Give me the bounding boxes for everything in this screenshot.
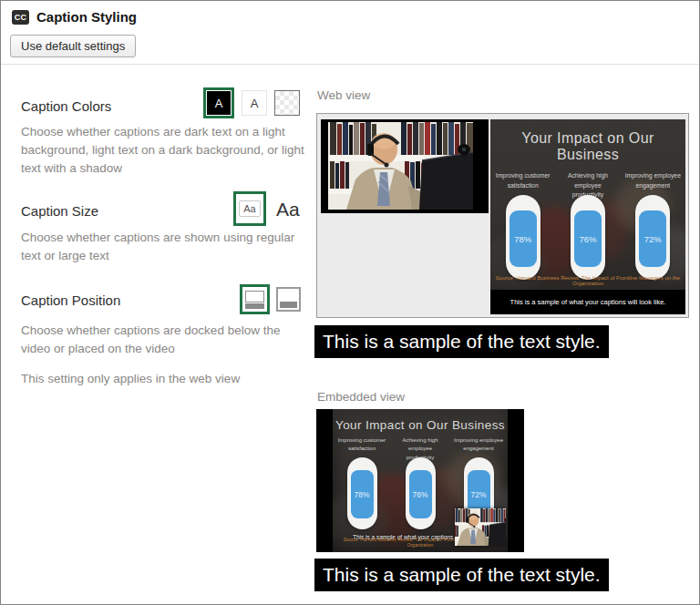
slide-video-frame: Your Impact on Our Business Improving cu…	[490, 119, 685, 314]
color-option-light-background[interactable]: A	[242, 90, 267, 116]
embedded-view-preview: Your Impact on Our Business Improving cu…	[316, 409, 524, 552]
color-option-text-shadow[interactable]	[274, 90, 300, 116]
stat-value: 78%	[351, 470, 374, 518]
caption-colors-label: Caption Colors	[21, 98, 111, 114]
column-label: Improving customer satisfaction	[333, 436, 391, 456]
slide-column: Achieving high employee productivity 76%	[391, 436, 449, 529]
column-label: Improving customer satisfaction	[490, 171, 555, 193]
stat-pill: 72%	[635, 195, 670, 280]
column-label: Improving employee engagement	[621, 171, 685, 193]
stat-value: 72%	[639, 210, 666, 267]
caption-colors-options: A A	[203, 87, 300, 118]
web-view-only-note: This setting only applies in the web vie…	[21, 370, 305, 388]
web-view-label: Web view	[317, 88, 370, 102]
use-default-settings-button[interactable]: Use default settings	[10, 35, 136, 57]
stat-value: 76%	[574, 210, 602, 267]
page-title: Caption Styling	[36, 9, 137, 25]
presenter-video-thumbnail	[321, 119, 489, 213]
slide-column: Achieving high employee productivity 76%	[555, 171, 620, 280]
caption-overlay-bar-icon	[280, 302, 297, 308]
slide-preview: Your Impact on Our Business Improving cu…	[490, 119, 685, 314]
column-label: Achieving high employee productivity	[555, 171, 620, 193]
slide-source-citation: Source: Harvard Business Review, The Imp…	[490, 275, 685, 286]
caption-position-label: Caption Position	[21, 292, 120, 308]
caption-below-bar-icon	[245, 303, 264, 309]
docked-caption-strip: This is a sample of what your captions w…	[490, 290, 685, 314]
stat-value: 76%	[409, 470, 432, 518]
web-caption-sample: This is a sample of the text style.	[314, 325, 609, 358]
slide-columns: Improving customer satisfaction 78% Achi…	[490, 171, 685, 280]
size-option-large[interactable]: Aa	[276, 200, 300, 219]
closed-captions-icon: CC	[12, 10, 29, 25]
embedded-caption-sample: This is a sample of the text style.	[314, 559, 609, 591]
monitor-screen-icon	[245, 291, 264, 302]
size-option-regular[interactable]: Aa	[233, 191, 266, 226]
column-label: Improving employee engagement	[449, 436, 508, 456]
slide-column: Improving employee engagement 72%	[621, 171, 685, 280]
color-option-dark-background[interactable]: A	[203, 87, 234, 118]
stat-pill: 78%	[506, 195, 540, 280]
caption-colors-description: Choose whether captions are dark text on…	[21, 123, 305, 178]
color-option-glyph: A	[251, 97, 259, 110]
stat-pill: 78%	[347, 457, 377, 529]
position-option-below-video[interactable]	[240, 284, 270, 314]
embedded-slide-preview: Your Impact on Our Business Improving cu…	[333, 409, 508, 552]
slide-title: Your Impact on Our Business	[333, 418, 508, 432]
caption-position-options	[240, 284, 301, 314]
slide-column: Improving customer satisfaction 78%	[333, 436, 391, 529]
position-option-on-video[interactable]	[276, 287, 301, 312]
caption-styling-page: CC Caption Styling Use default settings …	[0, 0, 700, 605]
size-option-glyph: Aa	[239, 200, 260, 217]
page-header: CC Caption Styling Use default settings	[1, 1, 699, 65]
stat-value: 78%	[510, 210, 537, 267]
web-view-preview: Your Impact on Our Business Improving cu…	[316, 113, 689, 318]
embedded-view-label: Embedded view	[317, 390, 405, 404]
color-option-glyph: A	[215, 97, 223, 110]
picture-in-picture-presenter	[455, 508, 506, 546]
caption-size-options: Aa Aa	[233, 191, 300, 226]
slide-column: Improving customer satisfaction 78%	[490, 171, 555, 280]
main-content: Caption Colors A A Choose whether captio…	[1, 66, 699, 604]
caption-position-description: Choose whether captions are docked below…	[21, 322, 305, 358]
stat-pill: 76%	[406, 457, 436, 529]
slide-title: Your Impact on Our Business	[490, 130, 685, 163]
column-label: Achieving high employee productivity	[391, 436, 449, 456]
caption-size-description: Choose whether captions are shown using …	[21, 229, 305, 265]
stat-pill: 76%	[571, 195, 605, 280]
caption-size-label: Caption Size	[21, 203, 98, 219]
